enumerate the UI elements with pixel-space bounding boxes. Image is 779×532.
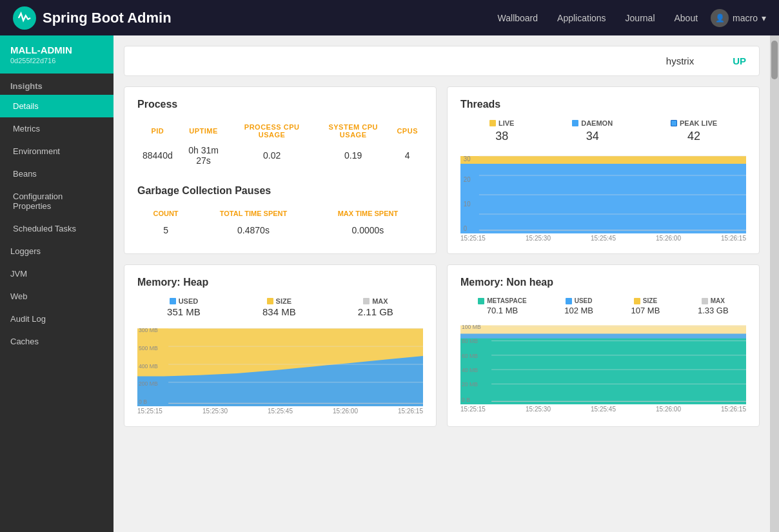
sidebar-item-caches[interactable]: Caches bbox=[0, 330, 113, 353]
nonheap-max-label: MAX bbox=[711, 297, 725, 304]
heap-size-val: 834 MB bbox=[262, 306, 296, 317]
svg-text:400 MB: 400 MB bbox=[139, 363, 158, 369]
process-threads-row: Process PID UPTIME PROCESS CPU USAGE SYS… bbox=[124, 86, 760, 254]
col-uptime: UPTIME bbox=[178, 121, 230, 141]
nonheap-used-dot bbox=[566, 298, 572, 304]
gc-title: Garbage Collection Pauses bbox=[137, 185, 423, 197]
live-legend-dot bbox=[489, 120, 496, 126]
logo: Spring Boot Admin bbox=[13, 6, 172, 30]
memory-heap-title: Memory: Heap bbox=[137, 277, 423, 288]
nonheap-meta-dot bbox=[478, 298, 484, 304]
svg-text:40 MB: 40 MB bbox=[462, 367, 478, 373]
heap-chart-svg: 300 MB 500 MB 400 MB 200 MB 0 B bbox=[137, 322, 423, 406]
peak-legend-label: PEAK LIVE bbox=[680, 119, 717, 127]
svg-text:500 MB: 500 MB bbox=[139, 345, 158, 351]
heap-size-label: SIZE bbox=[276, 297, 291, 305]
val-count: 5 bbox=[139, 221, 193, 239]
col-max-time: MAX TIME SPENT bbox=[314, 207, 422, 220]
heap-used-dot bbox=[170, 298, 176, 304]
live-value: 38 bbox=[495, 130, 508, 143]
nonheap-x-4: 15:26:15 bbox=[721, 406, 746, 413]
val-uptime: 0h 31m 27s bbox=[178, 143, 230, 168]
heap-x-4: 15:26:15 bbox=[398, 408, 423, 415]
svg-text:0 B: 0 B bbox=[462, 397, 470, 403]
threads-chart-svg: 30 20 10 0 bbox=[460, 150, 746, 233]
daemon-value: 34 bbox=[586, 130, 599, 143]
nav-about[interactable]: About bbox=[675, 13, 698, 23]
sidebar-item-environment[interactable]: Environment bbox=[0, 140, 113, 163]
threads-x-labels: 15:25:15 15:25:30 15:25:45 15:26:00 15:2… bbox=[460, 233, 746, 242]
heap-max-label: MAX bbox=[372, 297, 388, 305]
main-content: hystrix UP Process PID UPTIME PROCESS CP… bbox=[113, 35, 770, 532]
nav-wallboard[interactable]: Wallboard bbox=[498, 13, 538, 23]
username: macro bbox=[733, 13, 758, 23]
nonheap-x-3: 15:26:00 bbox=[656, 406, 681, 413]
sidebar-section-insights: Insights bbox=[0, 74, 113, 95]
threads-x-1: 15:25:30 bbox=[526, 235, 551, 242]
user-menu[interactable]: 👤 macro ▾ bbox=[711, 9, 766, 27]
sidebar-item-loggers[interactable]: Loggers bbox=[0, 240, 113, 262]
nonheap-size-dot bbox=[634, 298, 640, 304]
threads-legend: LIVE 38 DAEMON 34 PEAK bbox=[460, 119, 746, 143]
sidebar-item-jvm[interactable]: JVM bbox=[0, 262, 113, 285]
svg-text:30: 30 bbox=[464, 155, 471, 163]
nonheap-max-val: 1.33 GB bbox=[698, 306, 729, 315]
col-count: COUNT bbox=[139, 207, 193, 220]
col-proc-cpu: PROCESS CPU USAGE bbox=[230, 121, 313, 141]
main-nav: Wallboard Applications Journal About bbox=[498, 13, 698, 23]
process-row: 88440d 0h 31m 27s 0.02 0.19 4 bbox=[139, 143, 422, 168]
memory-nonheap-card: Memory: Non heap METASPACE 70.1 MB USED bbox=[447, 264, 760, 427]
layout: MALL-ADMIN 0d255f22d716 Insights Details… bbox=[0, 35, 779, 532]
nonheap-meta-val: 70.1 MB bbox=[487, 306, 518, 315]
memory-nonheap-legend: METASPACE 70.1 MB USED 102 MB bbox=[460, 297, 746, 315]
val-proc-cpu: 0.02 bbox=[230, 143, 313, 168]
heap-x-labels: 15:25:15 15:25:30 15:25:45 15:26:00 15:2… bbox=[137, 406, 423, 415]
val-sys-cpu: 0.19 bbox=[315, 143, 392, 168]
sidebar-app-name: MALL-ADMIN bbox=[10, 44, 103, 55]
memory-row: Memory: Heap USED 351 MB SIZE bbox=[124, 264, 760, 427]
sidebar-item-config-props[interactable]: Configuration Properties bbox=[0, 185, 113, 217]
hystrix-label: hystrix bbox=[666, 55, 694, 66]
nonheap-x-1: 15:25:30 bbox=[526, 406, 551, 413]
nonheap-chart-svg: 100 MB 80 MB 60 MB 40 MB 20 MB 0 B bbox=[460, 320, 746, 404]
heap-size-dot bbox=[267, 298, 273, 304]
nonheap-used-val: 102 MB bbox=[564, 306, 593, 315]
sidebar-item-scheduled-tasks[interactable]: Scheduled Tasks bbox=[0, 217, 113, 240]
nonheap-x-labels: 15:25:15 15:25:30 15:25:45 15:26:00 15:2… bbox=[460, 404, 746, 413]
val-max-time: 0.0000s bbox=[314, 221, 422, 239]
svg-text:200 MB: 200 MB bbox=[139, 381, 158, 388]
scrollbar[interactable] bbox=[770, 35, 779, 532]
nonheap-x-2: 15:25:45 bbox=[591, 406, 616, 413]
avatar: 👤 bbox=[711, 9, 729, 27]
col-sys-cpu: SYSTEM CPU USAGE bbox=[315, 121, 392, 141]
heap-x-2: 15:25:45 bbox=[268, 408, 293, 415]
sidebar-item-web[interactable]: Web bbox=[0, 285, 113, 308]
threads-card: Threads LIVE 38 DAEMON 3 bbox=[447, 86, 760, 254]
nonheap-max-dot bbox=[702, 298, 708, 304]
threads-title: Threads bbox=[460, 99, 746, 110]
memory-nonheap-title: Memory: Non heap bbox=[460, 277, 746, 288]
nav-journal[interactable]: Journal bbox=[626, 13, 655, 23]
threads-x-3: 15:26:00 bbox=[656, 235, 681, 242]
daemon-legend-dot bbox=[572, 120, 578, 126]
sidebar-app-id: 0d255f22d716 bbox=[10, 57, 103, 64]
heap-used-label: USED bbox=[179, 297, 199, 305]
svg-text:60 MB: 60 MB bbox=[462, 353, 478, 359]
sidebar-item-details[interactable]: Details bbox=[0, 95, 113, 117]
sidebar-item-audit-log[interactable]: Audit Log bbox=[0, 308, 113, 330]
heap-max-val: 2.11 GB bbox=[358, 306, 393, 317]
col-cpus: CPUS bbox=[393, 121, 422, 141]
nonheap-used-label: USED bbox=[575, 297, 593, 304]
heap-x-0: 15:25:15 bbox=[137, 408, 163, 415]
app-title: Spring Boot Admin bbox=[43, 10, 172, 26]
svg-text:0 B: 0 B bbox=[139, 399, 147, 405]
nav-applications[interactable]: Applications bbox=[557, 13, 606, 23]
sidebar-item-beans[interactable]: Beans bbox=[0, 163, 113, 185]
scrollbar-thumb[interactable] bbox=[771, 41, 778, 79]
svg-text:20 MB: 20 MB bbox=[462, 381, 478, 388]
threads-x-0: 15:25:15 bbox=[460, 235, 486, 242]
nonheap-chart: 100 MB 80 MB 60 MB 40 MB 20 MB 0 B bbox=[460, 320, 746, 404]
val-pid: 88440d bbox=[139, 143, 177, 168]
nonheap-size-val: 107 MB bbox=[631, 306, 660, 315]
sidebar-item-metrics[interactable]: Metrics bbox=[0, 117, 113, 140]
